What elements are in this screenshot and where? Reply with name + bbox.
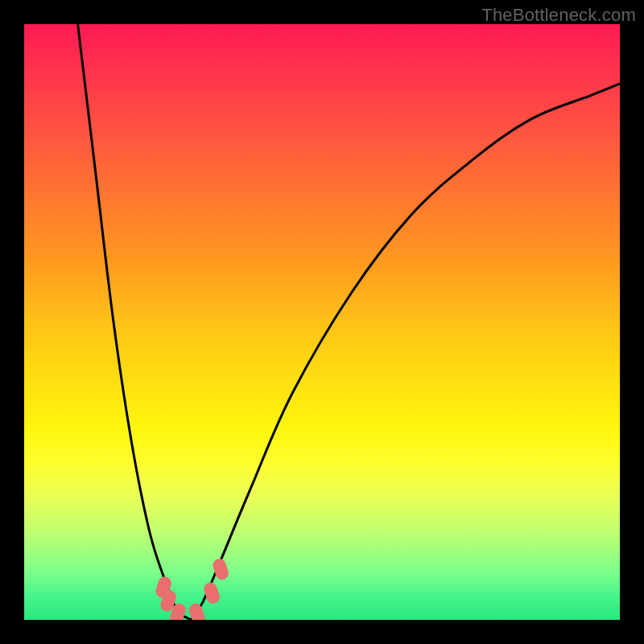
marker-point	[202, 581, 221, 605]
chart-svg	[24, 24, 620, 620]
chart-plot-area	[24, 24, 620, 620]
chart-frame: TheBottleneck.com	[0, 0, 644, 644]
curve-left-branch	[78, 24, 192, 620]
bottleneck-markers	[154, 557, 230, 620]
marker-point	[188, 601, 207, 620]
curve-right-branch	[191, 84, 620, 620]
bottleneck-curve	[78, 24, 620, 620]
attribution-text: TheBottleneck.com	[481, 5, 636, 26]
